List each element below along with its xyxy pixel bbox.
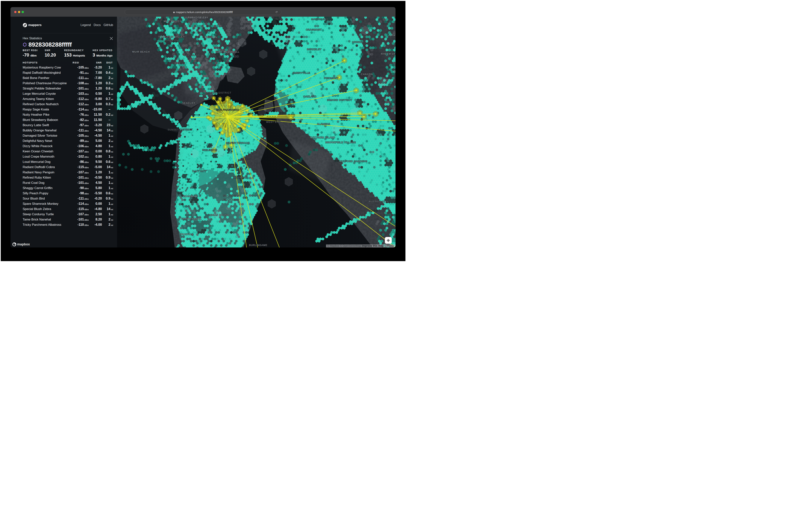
svg-text:MARINA BAY: MARINA BAY [311, 18, 328, 21]
svg-text:FAIRWAY PARK: FAIRWAY PARK [181, 217, 201, 220]
svg-text:DIMOND DISTRICT: DIMOND DISTRICT [327, 98, 352, 102]
svg-text:INGLESIDE: INGLESIDE [202, 149, 217, 151]
svg-text:SEACLIFF: SEACLIFF [182, 102, 196, 105]
svg-text:SOUTH SAN: SOUTH SAN [223, 194, 240, 197]
svg-text:PARADISE CAY: PARADISE CAY [188, 17, 208, 19]
svg-text:FORT MCDOWELL: FORT MCDOWELL [215, 50, 239, 53]
svg-text:EMERYVILLE: EMERYVILLE [293, 72, 310, 74]
svg-text:RHEEM VALLE: RHEEM VALLE [381, 52, 395, 55]
svg-text:MARINA DISTRICT: MARINA DISTRICT [207, 91, 231, 94]
svg-text:MILL VALLEY: MILL VALLEY [164, 20, 181, 23]
svg-text:MULFORD GARDENS: MULFORD GARDENS [339, 160, 367, 163]
svg-text:SAN BRUNO: SAN BRUNO [213, 214, 229, 216]
svg-text:SAN FRANCISCO: SAN FRANCISCO [216, 108, 239, 111]
svg-text:RUSSELL CITY: RUSSELL CITY [369, 200, 389, 203]
svg-text:BAY FARM ISLAND: BAY FARM ISLAND [310, 136, 335, 139]
svg-text:DALY CITY: DALY CITY [193, 170, 207, 173]
svg-text:BERKELEY: BERKELEY [307, 48, 321, 51]
svg-text:SUNSET DISTRICT: SUNSET DISTRICT [167, 128, 193, 131]
svg-text:WEST END: WEST END [266, 121, 281, 123]
svg-text:PIEDMONT: PIEDMONT [324, 77, 339, 79]
svg-text:FRANCISCO: FRANCISCO [223, 198, 239, 201]
svg-text:BROOKFIELD VILLAGE: BROOKFIELD VILLAGE [325, 141, 356, 144]
svg-text:ALAMEDA: ALAMEDA [317, 123, 330, 125]
svg-text:ORINDA: ORINDA [352, 41, 363, 43]
svg-text:SAUSALITO: SAUSALITO [184, 54, 199, 56]
svg-text:LAFAYET: LAFAYET [388, 34, 395, 37]
svg-text:TIBURON: TIBURON [205, 36, 217, 39]
svg-text:TAMALPAIS VALLEY: TAMALPAIS VALLEY [158, 35, 185, 38]
svg-text:JUNCTION: JUNCTION [164, 39, 178, 42]
svg-text:EDGEMAR: EDGEMAR [183, 195, 197, 198]
svg-text:CANYON: CANYON [361, 73, 373, 76]
svg-text:CRAGMONT: CRAGMONT [306, 28, 322, 31]
svg-text:SILVER TERRACE: SILVER TERRACE [226, 142, 250, 144]
svg-text:BRISBANE: BRISBANE [233, 176, 247, 179]
svg-text:BURLINGAME: BURLINGAME [249, 244, 267, 247]
svg-text:MORAGA: MORAGA [394, 70, 395, 73]
svg-text:MUIR BEACH: MUIR BEACH [132, 50, 150, 53]
svg-text:PACIFICA: PACIFICA [180, 233, 193, 236]
svg-text:OAKLAND: OAKLAND [303, 95, 317, 98]
